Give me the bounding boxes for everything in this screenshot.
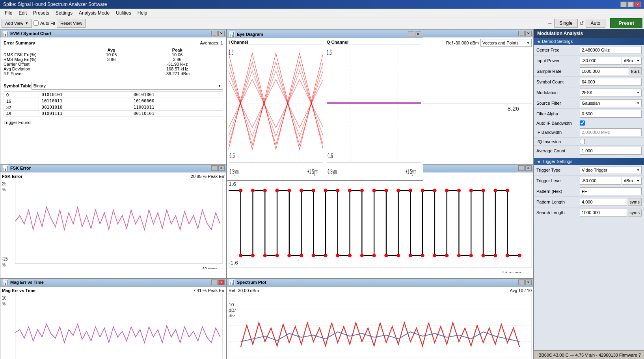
svg-text:-1.6: -1.6 — [229, 259, 238, 265]
fsk-meas-chart: 1.6 -1.6 — [229, 179, 532, 273]
svg-point-54 — [396, 189, 400, 192]
demod-settings-header[interactable]: ◄ Demod Settings — [534, 38, 644, 45]
spectrum-avg: Avg 10 / 10 — [510, 288, 532, 293]
preset-button[interactable]: Preset — [610, 18, 642, 28]
table-row: 32 00101010 11001011 — [4, 104, 223, 111]
pattern-hex-value[interactable]: FF — [580, 187, 642, 195]
fsk-error-title: FSK Error — [10, 166, 31, 170]
table-row: 16 10110011 10100000 — [4, 98, 223, 104]
symbol-count-value[interactable]: 64.000 — [580, 78, 642, 86]
menu-settings[interactable]: Settings — [52, 9, 76, 17]
svg-rect-82 — [229, 293, 532, 359]
trigger-level-value[interactable]: -50.000 — [580, 177, 621, 185]
filter-alpha-value[interactable]: 0.500 — [580, 110, 642, 118]
minimize-btn[interactable]: _ — [620, 2, 627, 7]
center-freq-field: Center Freq 2.480000 GHz — [534, 45, 644, 56]
fsk-error-minimize-btn[interactable]: _ — [211, 165, 218, 171]
sample-rate-value[interactable]: 1000.000 — [580, 67, 629, 75]
fsk-error-header: 📊 FSK Error _ ✕ — [0, 165, 226, 172]
search-length-value[interactable]: 1000.000 — [580, 209, 627, 217]
constellation-ref: Ref -30.000 dBm — [446, 41, 479, 45]
menu-analysis-mode[interactable]: Analysis Mode — [76, 9, 113, 17]
title-bar: Spike: Signal Hound Spectrum Analyzer So… — [0, 0, 644, 9]
constellation-minimize-btn[interactable]: _ — [518, 31, 525, 36]
evm-panel-controls[interactable]: _ ✕ — [211, 31, 225, 36]
iq-inversion-checkbox[interactable] — [580, 139, 585, 144]
svg-point-72 — [506, 254, 509, 257]
add-view-button[interactable]: Add View ▼ — [2, 19, 32, 28]
svg-point-69 — [493, 254, 497, 257]
fsk-meas-minimize-btn[interactable]: _ — [518, 165, 525, 171]
mag-err-title: Mag Err vs Time — [10, 280, 44, 285]
q-channel-area: Q Channel 1.6 -1.6 -1 Sym +1 Sym — [325, 38, 423, 180]
auto-button[interactable]: Auto — [586, 19, 606, 28]
table-row: Carrier Offset -31.90 kHz — [4, 62, 223, 67]
input-power-value[interactable]: -30.000 — [580, 57, 621, 65]
i-channel-chart: 1.6 -1.6 -1 Sym +1 Sym — [229, 44, 323, 176]
mag-err-close-btn[interactable]: ✕ — [218, 279, 225, 285]
eye-diagram-title: Eye Diagram — [237, 32, 263, 37]
mag-err-minimize-btn[interactable]: _ — [211, 279, 218, 285]
svg-point-31 — [263, 189, 267, 192]
menu-utilities[interactable]: Utilities — [113, 9, 134, 17]
svg-text:-1 Sym: -1 Sym — [229, 168, 238, 175]
app-title: Spike: Signal Hound Spectrum Analyzer So… — [3, 2, 107, 7]
single-button[interactable]: Single — [554, 19, 577, 28]
bottom-row: 📊 Mag Err vs Time _ ✕ Mag Err vs Time 7.… — [0, 278, 534, 359]
svg-point-37 — [300, 254, 303, 257]
spectrum-ref: Ref -30.00 dBm — [229, 288, 259, 293]
trigger-type-dropdown[interactable]: Video Trigger ▼ — [580, 166, 642, 174]
q-channel-label: Q Channel — [327, 40, 421, 44]
source-filter-dropdown[interactable]: Gaussian ▼ — [580, 99, 642, 107]
auto-if-bw-field: Auto IF Bandwidth — [534, 119, 644, 127]
svg-point-34 — [275, 189, 279, 192]
reset-view-button[interactable]: Reset View — [57, 19, 86, 28]
auto-if-bw-checkbox[interactable] — [580, 120, 585, 126]
window-controls[interactable]: _ □ ✕ — [620, 2, 641, 7]
maximize-btn[interactable]: □ — [627, 2, 634, 7]
trigger-level-unit[interactable]: dBm ▼ — [622, 177, 642, 185]
modulation-dropdown[interactable]: 2FSK ▼ — [580, 89, 642, 96]
fsk-error-peak: 20.85 % Peak Err — [191, 174, 225, 179]
constellation-close-btn[interactable]: ✕ — [525, 31, 532, 36]
svg-point-53 — [396, 254, 400, 257]
middle-row: 📊 FSK Error _ ✕ FSK Error 20.85 % Peak E… — [0, 164, 534, 278]
pattern-length-value[interactable]: 4.000 — [580, 198, 627, 206]
spectrum-minimize-btn[interactable]: _ — [518, 279, 525, 285]
eye-diagram-close-btn[interactable]: ✕ — [415, 31, 421, 37]
menu-edit[interactable]: Edit — [15, 9, 30, 17]
spectrum-close-btn[interactable]: ✕ — [525, 279, 532, 285]
svg-point-68 — [481, 254, 485, 257]
eye-diagram-minimize-btn[interactable]: _ — [408, 31, 414, 37]
input-power-unit[interactable]: dBm ▼ — [622, 57, 642, 65]
evm-minimize-btn[interactable]: _ — [211, 31, 218, 36]
evm-close-btn[interactable]: ✕ — [218, 31, 225, 36]
menu-presets[interactable]: Presets — [30, 9, 52, 17]
evm-panel: 📊 EVM / Symbol Chart _ ✕ Error Summary A… — [0, 29, 227, 164]
svg-point-51 — [384, 189, 388, 192]
svg-text:8.26: 8.26 — [507, 105, 519, 112]
if-bw-value[interactable]: 2.000000 MHz — [580, 128, 642, 136]
spectrum-content: Ref -30.00 dBm Avg 10 / 10 10 — [227, 287, 533, 359]
average-count-value[interactable]: 1.000 — [580, 147, 642, 155]
svg-point-58 — [421, 189, 424, 192]
center-freq-value[interactable]: 2.480000 GHz — [580, 46, 642, 54]
close-btn[interactable]: ✕ — [635, 2, 641, 7]
symbol-format-dropdown[interactable]: Binary ▼ — [32, 82, 223, 90]
menu-help[interactable]: Help — [134, 9, 151, 17]
fsk-meas-panel: 📊 FSK Meas _ ✕ FSK Meas — [227, 164, 534, 278]
trigger-settings-header[interactable]: ◄ Trigger Settings — [534, 158, 644, 165]
svg-point-57 — [421, 254, 424, 257]
display-mode-dropdown[interactable]: Vectors and Points ▼ — [480, 39, 532, 47]
mag-err-chart: 10 % -10 % 64 syms — [2, 293, 225, 359]
fsk-error-close-btn[interactable]: ✕ — [218, 165, 225, 171]
svg-text:1.6: 1.6 — [229, 181, 236, 187]
svg-text:%: % — [2, 261, 6, 267]
menu-file[interactable]: File — [2, 9, 15, 17]
pattern-length-unit: syms — [628, 198, 642, 206]
eye-diagram-panel-overlay: 📊 Eye Diagram _ ✕ I Channel 1.6 -1.6 — [227, 30, 423, 181]
spectrum-title: Spectrum Plot — [237, 280, 266, 285]
svg-text:-25: -25 — [2, 256, 8, 261]
auto-fit-checkbox[interactable] — [34, 20, 39, 26]
fsk-meas-close-btn[interactable]: ✕ — [525, 165, 532, 171]
